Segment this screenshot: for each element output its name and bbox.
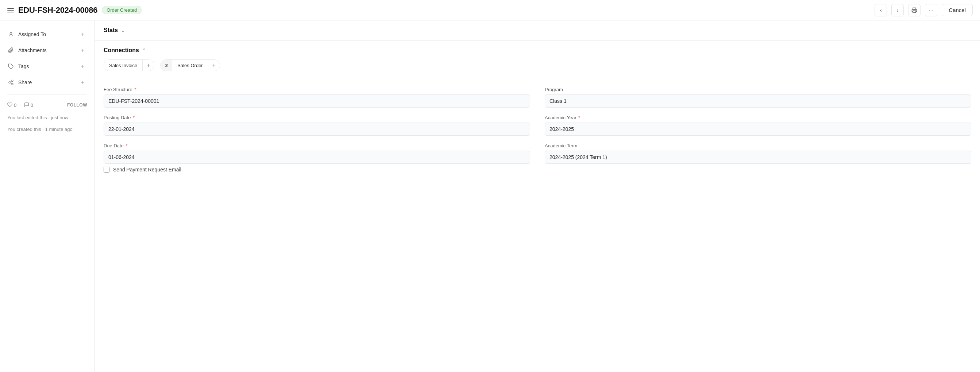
last-edited-text: You last edited this · just now [0,112,94,124]
due-date-input[interactable] [103,151,530,164]
form-grid: Fee Structure * Program Posting Date * [103,87,971,164]
sales-order-label[interactable]: Sales Order [172,60,208,71]
sidebar-item-assigned-to[interactable]: Assigned To + [0,26,94,42]
follow-button[interactable]: FOLLOW [67,102,87,108]
stats-chevron-down-icon[interactable]: ⌄ [121,27,125,33]
stats-title: Stats [103,27,118,33]
cancel-button[interactable]: Cancel [942,4,973,16]
fee-structure-required: * [134,87,136,92]
academic-year-required: * [578,115,580,120]
attachments-add-button[interactable]: + [78,46,87,55]
due-date-required: * [126,143,128,148]
stats-section: Stats ⌄ [95,21,980,40]
svg-line-6 [10,83,12,84]
sidebar-item-share[interactable]: Share + [0,75,94,91]
program-input[interactable] [545,94,971,108]
share-add-button[interactable]: + [78,78,87,87]
comments-stat: 0 [24,102,33,108]
academic-year-label: Academic Year * [545,115,971,120]
connections-items: Sales Invoice + 2 Sales Order + [103,59,971,71]
sales-invoice-add-button[interactable]: + [142,60,154,71]
print-button[interactable] [908,4,921,16]
program-field: Program [545,87,971,108]
academic-year-field: Academic Year * [545,115,971,136]
share-label: Share [18,79,32,85]
share-icon [7,79,14,85]
attachments-label: Attachments [18,48,47,53]
academic-term-field: Academic Term [545,143,971,164]
header: EDU-FSH-2024-00086 Order Created ‹ › ···… [0,0,980,21]
academic-term-input[interactable] [545,151,971,164]
svg-line-7 [10,81,12,82]
svg-point-1 [10,32,12,34]
more-options-button[interactable]: ··· [925,4,937,16]
sales-order-chip: 2 Sales Order + [160,59,220,71]
svg-point-4 [9,82,10,83]
send-payment-email-row: Send Payment Request Email [103,167,971,173]
heart-icon [7,102,13,108]
fee-structure-label: Fee Structure * [103,87,530,92]
assigned-to-label: Assigned To [18,31,46,37]
menu-icon[interactable] [7,8,14,13]
tags-add-button[interactable]: + [78,62,87,71]
posting-date-label: Posting Date * [103,115,530,120]
svg-point-5 [12,84,13,85]
sales-order-add-button[interactable]: + [208,60,220,71]
fee-structure-field: Fee Structure * [103,87,530,108]
fee-structure-input[interactable] [103,94,530,108]
send-payment-email-label: Send Payment Request Email [113,167,181,173]
sidebar-stats: 0 · 0 FOLLOW [0,98,94,112]
academic-term-label: Academic Term [545,143,971,148]
academic-year-input[interactable] [545,122,971,136]
nav-next-button[interactable]: › [891,4,904,16]
posting-date-required: * [133,115,135,120]
nav-prev-button[interactable]: ‹ [875,4,887,16]
sidebar-item-tags[interactable]: Tags + [0,58,94,75]
connections-section: Connections ⌃ Sales Invoice + 2 Sales Or… [95,40,980,78]
stats-section-header: Stats ⌄ [103,27,971,33]
due-date-label: Due Date * [103,143,530,148]
page-title: EDU-FSH-2024-00086 [18,5,97,15]
connections-title: Connections [103,47,139,54]
connections-header: Connections ⌃ [103,47,971,54]
sidebar: Assigned To + Attachments + [0,21,95,372]
stats-dot: · [19,102,21,108]
paperclip-icon [7,48,14,53]
due-date-field: Due Date * [103,143,530,164]
svg-point-3 [12,80,13,81]
person-icon [7,31,14,37]
form-section: Fee Structure * Program Posting Date * [95,78,980,181]
created-text: You created this · 1 minute ago [0,124,94,135]
posting-date-input[interactable] [103,122,530,136]
sales-invoice-chip: Sales Invoice + [103,59,154,71]
send-payment-email-checkbox[interactable] [103,167,110,173]
assigned-to-add-button[interactable]: + [78,30,87,39]
svg-rect-0 [913,11,916,13]
main-layout: Assigned To + Attachments + [0,21,980,372]
status-badge: Order Created [102,6,142,14]
program-label: Program [545,87,971,92]
comments-count: 0 [31,102,33,108]
sidebar-divider [7,94,87,94]
sales-order-count[interactable]: 2 [161,60,172,71]
likes-stat: 0 [7,102,16,108]
posting-date-field: Posting Date * [103,115,530,136]
sidebar-item-attachments[interactable]: Attachments + [0,42,94,58]
connections-chevron-up-icon[interactable]: ⌃ [142,48,146,53]
main-content: Stats ⌄ Connections ⌃ Sales Invoice + 2 … [95,21,980,372]
tag-icon [7,64,14,69]
sales-invoice-label[interactable]: Sales Invoice [104,60,142,71]
tags-label: Tags [18,64,29,69]
comment-icon [24,102,29,108]
likes-count: 0 [14,102,16,108]
